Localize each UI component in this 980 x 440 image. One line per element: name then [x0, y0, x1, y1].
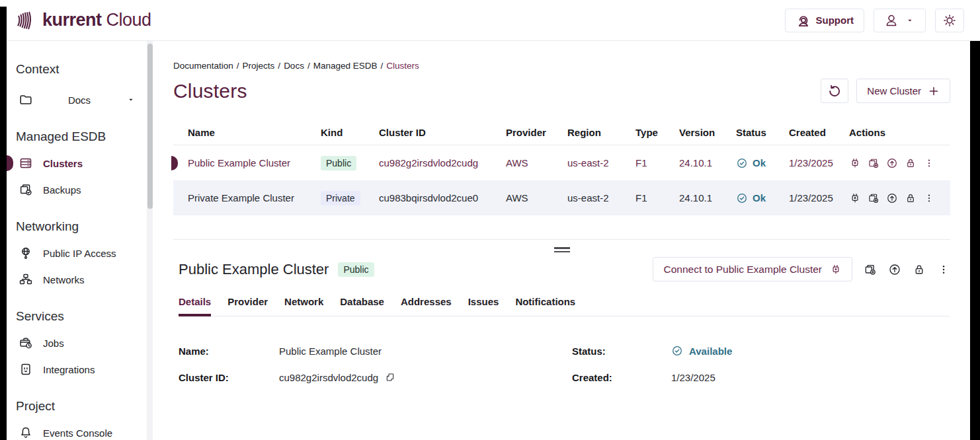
chevron-down-icon: [905, 15, 915, 26]
sidebar-item-label: Events Console: [43, 427, 112, 439]
column-header-actions: Actions: [849, 127, 950, 138]
topbar-actions: Support: [785, 9, 965, 32]
lock-icon[interactable]: [905, 192, 917, 204]
kind-badge: Private: [321, 191, 360, 205]
sidebar-item-jobs[interactable]: Jobs: [16, 330, 143, 355]
upgrade-icon[interactable]: [886, 157, 898, 169]
sidebar-item-label: Integrations: [43, 364, 95, 375]
detail-fields: Name: Public Example Cluster Cluster ID:…: [179, 338, 950, 390]
refresh-button[interactable]: [821, 79, 848, 103]
sidebar-section-networking: Networking: [16, 219, 143, 234]
column-header-provider: Provider: [506, 127, 567, 138]
copy-icon[interactable]: [385, 372, 395, 383]
sidebar-item-networks[interactable]: Networks: [16, 267, 143, 292]
sidebar-item-label: Networks: [43, 274, 85, 285]
theme-toggle-button[interactable]: [935, 9, 964, 32]
field-value: Public Example Cluster: [279, 346, 382, 357]
user-icon: [884, 13, 899, 28]
tab-database[interactable]: Database: [340, 296, 384, 316]
check-circle-icon: [736, 157, 748, 169]
row-menu-kebab-icon[interactable]: [923, 192, 935, 204]
top-bar: kurrentCloud Support: [0, 0, 980, 41]
field-created: Created: 1/23/2025: [572, 364, 950, 390]
tab-issues[interactable]: Issues: [468, 296, 499, 316]
sidebar-item-backups[interactable]: Backups: [16, 177, 143, 202]
field-status: Status: Available: [572, 338, 950, 364]
backups-icon: [19, 182, 33, 197]
breadcrumb-item[interactable]: Docs: [284, 61, 304, 71]
breadcrumb-current: Clusters: [386, 61, 419, 71]
tab-details[interactable]: Details: [179, 296, 211, 316]
sidebar-item-clusters[interactable]: Clusters: [16, 151, 143, 176]
sidebar-scrollbar: [147, 41, 153, 440]
kurrent-logo-mark: [16, 10, 36, 31]
cell-provider: AWS: [506, 192, 567, 203]
support-button[interactable]: Support: [785, 9, 865, 32]
field-value: cu982g2irsdvlod2cudg: [279, 372, 378, 383]
field-value: Available: [689, 346, 732, 357]
lock-icon[interactable]: [913, 263, 926, 276]
tab-addresses[interactable]: Addresses: [401, 296, 452, 316]
field-label: Status:: [572, 346, 671, 357]
cell-provider: AWS: [506, 157, 567, 168]
outlet-icon: [19, 362, 33, 377]
sidebar-item-label: Public IP Access: [43, 248, 116, 259]
bell-icon: [19, 425, 33, 440]
detail-menu-kebab-icon[interactable]: [937, 263, 950, 276]
create-backup-icon[interactable]: [868, 192, 879, 204]
new-cluster-button[interactable]: New Cluster: [856, 79, 950, 103]
tab-network[interactable]: Network: [284, 296, 323, 316]
lock-icon[interactable]: [905, 157, 917, 169]
connect-button[interactable]: Connect to Public Example Cluster: [653, 257, 852, 281]
context-selector[interactable]: Docs: [16, 86, 143, 114]
check-circle-icon: [736, 192, 748, 204]
headset-icon: [796, 13, 810, 28]
tab-notifications[interactable]: Notifications: [515, 296, 575, 316]
tab-provider[interactable]: Provider: [227, 296, 268, 316]
cell-region: us-east-2: [567, 192, 635, 203]
sidebar-item-integrations[interactable]: Integrations: [16, 357, 143, 382]
cell-name: Private Example Cluster: [173, 192, 321, 203]
chevron-down-icon: [126, 94, 136, 105]
sidebar-section-context: Context: [16, 62, 143, 77]
detail-tabs: Details Provider Network Database Addres…: [179, 296, 950, 316]
plus-icon: [928, 85, 940, 97]
create-backup-icon[interactable]: [868, 157, 879, 169]
field-cluster-id: Cluster ID: cu982g2irsdvlod2cudg: [179, 364, 572, 390]
brand-logo[interactable]: kurrentCloud: [16, 10, 151, 31]
brand-wordmark: kurrentCloud: [42, 10, 151, 30]
connect-plug-icon[interactable]: [849, 192, 861, 204]
cell-version: 24.10.1: [679, 192, 736, 203]
cell-actions: [849, 192, 950, 204]
breadcrumb-item[interactable]: Documentation: [173, 61, 233, 71]
cell-version: 24.10.1: [679, 157, 736, 168]
sidebar-item-public-ip-access[interactable]: Public IP Access: [16, 240, 143, 266]
resize-drag-handle[interactable]: [552, 245, 572, 254]
table-row-private-cluster[interactable]: Private Example Cluster Private cu983bqi…: [173, 180, 950, 215]
table-row-public-cluster[interactable]: Public Example Cluster Public cu982g2irs…: [173, 145, 950, 180]
sidebar-item-label: Jobs: [43, 338, 64, 349]
sidebar: Context Docs Managed ESDB Clusters Backu…: [7, 41, 147, 440]
connect-plug-icon[interactable]: [849, 157, 861, 169]
clusters-table: Name Kind Cluster ID Provider Region Typ…: [173, 120, 950, 215]
column-header-cluster-id: Cluster ID: [379, 127, 506, 138]
create-backup-icon[interactable]: [864, 263, 877, 276]
upgrade-icon[interactable]: [888, 263, 901, 276]
cell-type: F1: [635, 157, 679, 168]
sidebar-item-label: Backups: [43, 184, 81, 196]
globe-icon: [19, 246, 33, 260]
sidebar-scrollbar-thumb[interactable]: [147, 44, 153, 209]
detail-title: Public Example Cluster: [179, 261, 329, 278]
account-menu-button[interactable]: [874, 9, 926, 32]
field-label: Created:: [572, 372, 671, 383]
cell-type: F1: [635, 192, 679, 203]
field-name: Name: Public Example Cluster: [179, 338, 572, 364]
row-menu-kebab-icon[interactable]: [923, 157, 935, 169]
breadcrumb-item[interactable]: Projects: [243, 61, 275, 71]
upgrade-icon[interactable]: [886, 192, 898, 204]
screen-edge-right: [970, 41, 980, 440]
page-title: Clusters: [173, 80, 247, 102]
breadcrumb-item[interactable]: Managed ESDB: [313, 61, 378, 71]
column-header-region: Region: [567, 127, 635, 138]
sidebar-item-events-console[interactable]: Events Console: [16, 420, 143, 440]
